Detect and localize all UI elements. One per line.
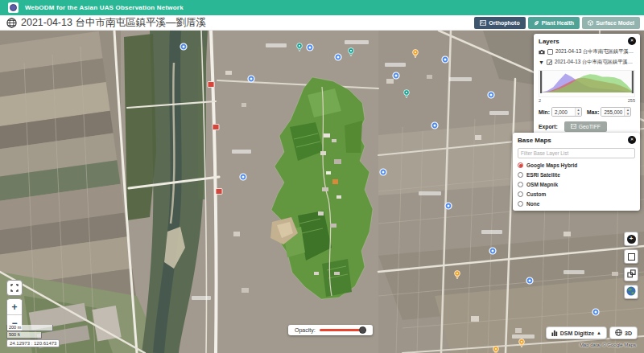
poi-blue-marker[interactable] xyxy=(488,92,494,98)
scale-bar-imperial: 500 ft xyxy=(6,332,42,339)
export-row: Export: GeoTIFF xyxy=(539,121,635,132)
basemap-option-label: OSM Mapnik xyxy=(526,182,558,187)
layer-checkbox[interactable] xyxy=(547,60,552,65)
fullscreen-button[interactable] xyxy=(6,280,23,296)
caret-up-icon: ▲ xyxy=(597,330,601,335)
layer-checkbox[interactable] xyxy=(547,49,553,55)
bar-chart-icon xyxy=(551,330,558,337)
close-icon[interactable] xyxy=(628,136,636,144)
globe-icon xyxy=(615,329,622,337)
surface-model-button[interactable]: Surface Model xyxy=(582,17,640,29)
poi-blue-marker[interactable] xyxy=(526,277,533,284)
layer-extent-button[interactable]: + xyxy=(624,232,638,246)
page-title: 2021-04-13 台中市南屯區鎮平溪—劉厝溪 xyxy=(21,16,206,30)
radio-icon[interactable] xyxy=(518,162,523,168)
dsm-digitize-button[interactable]: DSM Digitize ▲ xyxy=(546,326,607,339)
crosshair-plus-icon: + xyxy=(627,235,636,244)
poi-blue-marker[interactable] xyxy=(442,56,448,63)
basemap-option-label: Google Maps Hybrid xyxy=(526,162,577,168)
layer-label: 2021-04-13 台中市南屯區鎮平溪—劉厝溪 xyxy=(555,48,635,55)
globe-icon xyxy=(6,18,17,28)
basemap-option-label: Custom xyxy=(526,191,546,197)
poi-blue-marker[interactable] xyxy=(248,76,254,82)
radio-icon[interactable] xyxy=(518,191,523,197)
map-attribution: Map data, © Google Maps xyxy=(580,343,636,347)
min-input-group: ▲▼ xyxy=(551,107,582,117)
view-mode-buttons: Orthophoto Plant Health Surface Model xyxy=(474,17,640,29)
fullscreen-icon xyxy=(10,282,19,294)
poi-blue-marker[interactable] xyxy=(307,44,313,51)
layer-row-expanded[interactable]: ▼ 2021-04-13 台中市南屯區鎮平溪—劉厝溪 xyxy=(539,59,635,66)
poi-blue-marker[interactable] xyxy=(592,309,599,315)
webodm-logo[interactable] xyxy=(8,2,19,13)
basemap-option-label: ESRI Satellite xyxy=(526,172,560,178)
geotiff-export-button[interactable]: GeoTIFF xyxy=(564,121,607,132)
basemaps-panel: Base Maps Google Maps HybridESRI Satelli… xyxy=(513,133,640,211)
square-icon xyxy=(628,253,635,261)
max-spinner: ▲▼ xyxy=(624,108,630,116)
basemap-option-google-maps-hybrid[interactable]: Google Maps Hybrid xyxy=(518,162,635,168)
caret-down-icon[interactable]: ▼ xyxy=(539,60,544,65)
poi-blue-marker[interactable] xyxy=(380,169,386,175)
axis-min-label: 2 xyxy=(539,98,541,103)
basemap-option-none[interactable]: None xyxy=(518,201,635,207)
scale-bar-metric: 200 m xyxy=(6,325,53,331)
poi-blue-marker[interactable] xyxy=(335,54,341,60)
basemap-option-osm-mapnik[interactable]: OSM Mapnik xyxy=(518,182,635,187)
shield-red-marker[interactable] xyxy=(216,189,222,195)
orthophoto-button[interactable]: Orthophoto xyxy=(474,17,526,29)
opacity-slider[interactable] xyxy=(320,329,366,331)
min-input[interactable] xyxy=(552,108,575,116)
layer-row-orthophoto[interactable]: 2021-04-13 台中市南屯區鎮平溪—劉厝溪 xyxy=(539,48,635,55)
poi-blue-marker[interactable] xyxy=(489,248,496,254)
leaf-icon xyxy=(534,20,539,27)
basemap-filter-input[interactable] xyxy=(518,148,635,158)
bottom-right-buttons: DSM Digitize ▲ 3D xyxy=(546,326,638,339)
poi-blue-marker[interactable] xyxy=(445,203,452,209)
radio-icon[interactable] xyxy=(518,172,523,178)
min-label: Min: xyxy=(539,109,550,115)
plant-health-button[interactable]: Plant Health xyxy=(528,17,580,29)
poi-blue-marker[interactable] xyxy=(240,174,246,180)
max-input-group: ▲▼ xyxy=(601,107,631,117)
histogram-min-handle[interactable] xyxy=(540,71,542,93)
compare-icon xyxy=(627,269,636,281)
axis-max-label: 255 xyxy=(628,98,635,103)
poi-blue-marker[interactable] xyxy=(431,122,438,129)
export-label: Export: xyxy=(539,124,558,129)
basemap-option-label: None xyxy=(526,201,539,207)
image-icon xyxy=(571,124,576,129)
histogram-axis: 2 255 xyxy=(539,98,635,103)
cube-icon xyxy=(588,20,593,27)
basemap-option-esri-satellite[interactable]: ESRI Satellite xyxy=(518,172,635,178)
spin-down-icon[interactable]: ▼ xyxy=(576,112,581,116)
basemap-option-custom[interactable]: Custom xyxy=(518,191,635,197)
radio-icon[interactable] xyxy=(518,182,523,187)
poi-blue-marker[interactable] xyxy=(393,72,399,79)
max-label: Max: xyxy=(587,109,600,115)
histogram[interactable] xyxy=(539,70,635,97)
compare-button[interactable] xyxy=(624,267,638,281)
globe-view-button[interactable] xyxy=(624,285,638,299)
view-3d-button[interactable]: 3D xyxy=(609,326,638,339)
opacity-control: Opacity: xyxy=(288,325,373,335)
image-icon xyxy=(480,20,486,27)
shield-red-marker[interactable] xyxy=(213,125,219,130)
poi-blue-marker[interactable] xyxy=(180,43,187,50)
zoom-in-button[interactable]: + xyxy=(7,300,22,315)
min-max-row: Min: ▲▼ Max: ▲▼ xyxy=(539,107,635,117)
spin-down-icon[interactable]: ▼ xyxy=(625,112,630,116)
earth-icon xyxy=(626,286,636,298)
close-icon[interactable] xyxy=(628,37,636,45)
brand-title: WebODM for the Asian UAS Observation Net… xyxy=(25,4,184,11)
mouse-coordinates: 24.12973 : 120.61473 xyxy=(6,339,60,347)
logo-icon xyxy=(10,4,17,11)
layers-panel: Layers 2021-04-13 台中市南屯區鎮平溪—劉厝溪 ▼ 2021-0… xyxy=(534,34,640,136)
max-input[interactable] xyxy=(601,108,624,116)
shield-red-marker[interactable] xyxy=(208,82,214,88)
radio-icon[interactable] xyxy=(518,201,523,207)
opacity-label: Opacity: xyxy=(295,327,316,333)
min-spinner: ▲▼ xyxy=(575,108,581,116)
select-area-button[interactable] xyxy=(624,249,638,264)
histogram-max-handle[interactable] xyxy=(632,71,634,93)
